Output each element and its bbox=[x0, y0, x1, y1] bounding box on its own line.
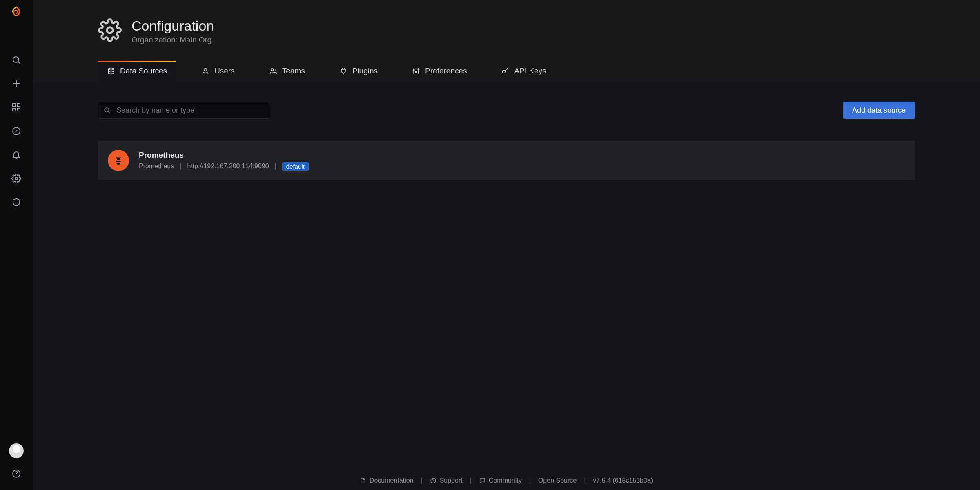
datasource-list: Prometheus Prometheus | http://192.167.2… bbox=[98, 141, 915, 180]
separator: | bbox=[180, 163, 181, 170]
svg-rect-6 bbox=[13, 108, 16, 111]
svg-point-15 bbox=[204, 68, 207, 71]
svg-point-24 bbox=[418, 69, 419, 70]
datasource-type: Prometheus bbox=[139, 163, 174, 170]
svg-point-20 bbox=[413, 69, 414, 71]
prometheus-icon bbox=[108, 150, 129, 171]
svg-line-1 bbox=[18, 62, 20, 64]
datasource-name: Prometheus bbox=[139, 151, 309, 160]
content: Add data source Prometheus Promet bbox=[33, 82, 980, 490]
tab-data-sources[interactable]: Data Sources bbox=[98, 61, 176, 82]
tab-label: Plugins bbox=[352, 67, 378, 76]
datasource-url: http://192.167.200.114:9090 bbox=[187, 163, 269, 170]
search-icon[interactable] bbox=[11, 55, 21, 65]
svg-rect-28 bbox=[116, 161, 120, 162]
default-badge: default bbox=[282, 162, 309, 171]
search-icon bbox=[103, 107, 111, 114]
tabs: Data Sources Users Teams Plugins Prefere… bbox=[33, 61, 980, 82]
sidebar-bottom bbox=[9, 443, 24, 490]
add-data-source-button[interactable]: Add data source bbox=[843, 102, 915, 119]
footer-version: v7.5.4 (615c153b3a) bbox=[593, 477, 653, 484]
datasource-row[interactable]: Prometheus Prometheus | http://192.167.2… bbox=[98, 141, 915, 180]
svg-line-27 bbox=[108, 111, 109, 113]
grafana-logo[interactable] bbox=[9, 6, 24, 22]
explore-icon[interactable] bbox=[11, 126, 21, 136]
footer-community[interactable]: Community bbox=[479, 477, 522, 484]
separator: | bbox=[529, 477, 531, 484]
datasource-info: Prometheus Prometheus | http://192.167.2… bbox=[139, 151, 309, 171]
svg-point-14 bbox=[108, 68, 114, 70]
main: Configuration Organization: Main Org. Da… bbox=[33, 0, 980, 490]
svg-marker-9 bbox=[15, 130, 18, 132]
tab-preferences[interactable]: Preferences bbox=[403, 61, 476, 82]
page-header: Configuration Organization: Main Org. Da… bbox=[33, 0, 980, 82]
help-icon[interactable] bbox=[11, 469, 21, 479]
user-avatar[interactable] bbox=[9, 443, 24, 458]
svg-point-26 bbox=[105, 108, 109, 112]
svg-rect-5 bbox=[17, 104, 20, 107]
sidebar-nav bbox=[11, 55, 21, 207]
footer-support[interactable]: Support bbox=[430, 477, 463, 484]
svg-point-10 bbox=[15, 177, 18, 180]
footer-open-source[interactable]: Open Source bbox=[538, 477, 577, 484]
svg-point-17 bbox=[274, 69, 276, 71]
svg-point-22 bbox=[415, 71, 416, 73]
action-row: Add data source bbox=[98, 102, 915, 119]
tab-label: Preferences bbox=[425, 67, 467, 76]
tab-label: Data Sources bbox=[120, 67, 167, 76]
tab-users[interactable]: Users bbox=[192, 61, 244, 82]
search-field[interactable] bbox=[98, 102, 270, 119]
dashboards-icon[interactable] bbox=[11, 102, 21, 112]
svg-rect-4 bbox=[13, 104, 16, 107]
gear-icon bbox=[98, 18, 122, 44]
tab-label: API Keys bbox=[514, 67, 546, 76]
datasource-meta: Prometheus | http://192.167.200.114:9090… bbox=[139, 162, 309, 171]
svg-point-16 bbox=[271, 69, 273, 71]
sidebar bbox=[0, 0, 33, 490]
tab-label: Users bbox=[214, 67, 235, 76]
server-admin-icon[interactable] bbox=[11, 197, 21, 207]
page-subtitle: Organization: Main Org. bbox=[131, 36, 214, 45]
separator: | bbox=[421, 477, 422, 484]
tab-api-keys[interactable]: API Keys bbox=[492, 61, 555, 82]
search-input[interactable] bbox=[116, 106, 264, 115]
create-icon[interactable] bbox=[11, 79, 21, 89]
svg-point-0 bbox=[13, 57, 19, 62]
svg-point-25 bbox=[502, 70, 505, 73]
svg-point-13 bbox=[107, 27, 113, 33]
footer-documentation[interactable]: Documentation bbox=[360, 477, 414, 484]
separator: | bbox=[584, 477, 586, 484]
separator: | bbox=[470, 477, 472, 484]
svg-rect-7 bbox=[17, 108, 20, 111]
alerting-icon[interactable] bbox=[11, 150, 21, 160]
separator: | bbox=[275, 163, 276, 170]
tab-plugins[interactable]: Plugins bbox=[330, 61, 387, 82]
app-root: Configuration Organization: Main Org. Da… bbox=[0, 0, 980, 490]
footer: Documentation | Support | Community | Op… bbox=[33, 477, 980, 484]
tab-label: Teams bbox=[282, 67, 305, 76]
configuration-icon[interactable] bbox=[11, 174, 21, 183]
page-title: Configuration bbox=[131, 18, 214, 34]
tab-teams[interactable]: Teams bbox=[260, 61, 314, 82]
